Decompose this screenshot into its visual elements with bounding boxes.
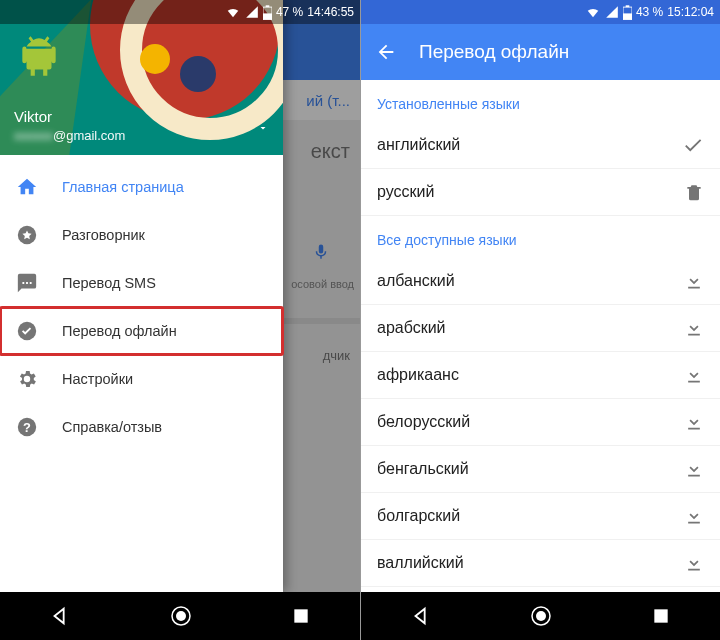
menu-settings[interactable]: Настройки <box>0 355 283 403</box>
phone-left: ий (т... екст осовой ввод дчик Vi <box>0 0 360 640</box>
nav-home[interactable] <box>529 604 553 628</box>
clock: 15:12:04 <box>667 5 714 19</box>
download-icon[interactable] <box>684 412 704 432</box>
svg-rect-15 <box>654 609 667 622</box>
status-bar: 43 % 15:12:04 <box>361 0 720 24</box>
lang-name: африкаанс <box>377 366 459 384</box>
offline-list[interactable]: Установленные языки английский русский В… <box>361 80 720 640</box>
menu-help[interactable]: ? Справка/отзыв <box>0 403 283 451</box>
download-icon[interactable] <box>684 506 704 526</box>
menu-label: Главная страница <box>62 179 184 195</box>
menu-label: Перевод SMS <box>62 275 156 291</box>
nav-bar <box>361 592 720 640</box>
delete-icon[interactable] <box>684 182 704 202</box>
download-icon[interactable] <box>684 365 704 385</box>
wifi-icon <box>585 5 601 19</box>
lang-name: болгарский <box>377 507 460 525</box>
svg-rect-12 <box>623 13 632 19</box>
nav-drawer: Viktor xxxxxx@gmail.com Главная страница… <box>0 0 283 592</box>
download-icon[interactable] <box>684 553 704 573</box>
nav-recent[interactable] <box>291 606 311 626</box>
section-installed: Установленные языки <box>361 80 720 122</box>
lang-row[interactable]: бенгальский <box>361 446 720 493</box>
lang-row[interactable]: арабский <box>361 305 720 352</box>
nav-back[interactable] <box>49 605 71 627</box>
download-icon[interactable] <box>684 271 704 291</box>
lang-name: русский <box>377 183 434 201</box>
download-icon[interactable] <box>684 318 704 338</box>
nav-back[interactable] <box>410 605 432 627</box>
lang-row[interactable]: африкаанс <box>361 352 720 399</box>
check-icon <box>682 134 704 156</box>
account-name: Viktor <box>14 108 52 125</box>
menu-phrasebook[interactable]: Разговорник <box>0 211 283 259</box>
menu-label: Разговорник <box>62 227 145 243</box>
app-bar-title: Перевод офлайн <box>419 41 569 63</box>
lang-row[interactable]: валлийский <box>361 540 720 587</box>
help-icon: ? <box>16 416 38 438</box>
phone-right: 43 % 15:12:04 Перевод офлайн Установленн… <box>360 0 720 640</box>
menu-label: Настройки <box>62 371 133 387</box>
signal-icon <box>245 5 259 19</box>
app-bar: Перевод офлайн <box>361 24 720 80</box>
nav-home[interactable] <box>169 604 193 628</box>
battery-icon <box>623 5 632 20</box>
battery-icon <box>263 5 272 20</box>
account-switcher[interactable] <box>257 122 269 134</box>
lang-name: белорусский <box>377 413 470 431</box>
svg-rect-6 <box>263 13 272 19</box>
lang-row[interactable]: русский <box>361 169 720 216</box>
svg-point-14 <box>536 611 546 621</box>
svg-point-8 <box>176 611 186 621</box>
lang-name: валлийский <box>377 554 464 572</box>
menu-label: Перевод офлайн <box>62 323 177 339</box>
account-email: xxxxxx@gmail.com <box>14 128 125 143</box>
sms-icon <box>16 272 38 294</box>
battery-percent: 47 % <box>276 5 303 19</box>
svg-rect-9 <box>294 609 307 622</box>
menu-label: Справка/отзыв <box>62 419 162 435</box>
section-available: Все доступные языки <box>361 216 720 258</box>
wifi-icon <box>225 5 241 19</box>
lang-name: арабский <box>377 319 446 337</box>
signal-icon <box>605 5 619 19</box>
status-bar: 47 % 14:46:55 <box>0 0 360 24</box>
nav-bar <box>0 592 360 640</box>
offline-icon <box>16 320 38 342</box>
menu-offline[interactable]: Перевод офлайн <box>0 307 283 355</box>
battery-percent: 43 % <box>636 5 663 19</box>
lang-name: английский <box>377 136 460 154</box>
lang-row[interactable]: английский <box>361 122 720 169</box>
star-circle-icon <box>16 224 38 246</box>
menu-home[interactable]: Главная страница <box>0 163 283 211</box>
nav-recent[interactable] <box>651 606 671 626</box>
android-avatar <box>14 32 64 82</box>
lang-name: бенгальский <box>377 460 469 478</box>
clock: 14:46:55 <box>307 5 354 19</box>
lang-row[interactable]: албанский <box>361 258 720 305</box>
svg-text:?: ? <box>23 420 31 435</box>
lang-row[interactable]: белорусский <box>361 399 720 446</box>
lang-name: албанский <box>377 272 455 290</box>
menu-sms[interactable]: Перевод SMS <box>0 259 283 307</box>
gear-icon <box>16 368 38 390</box>
lang-row[interactable]: болгарский <box>361 493 720 540</box>
drawer-menu: Главная страница Разговорник Перевод SMS… <box>0 155 283 451</box>
back-button[interactable] <box>375 41 397 63</box>
download-icon[interactable] <box>684 459 704 479</box>
home-icon <box>16 176 38 198</box>
